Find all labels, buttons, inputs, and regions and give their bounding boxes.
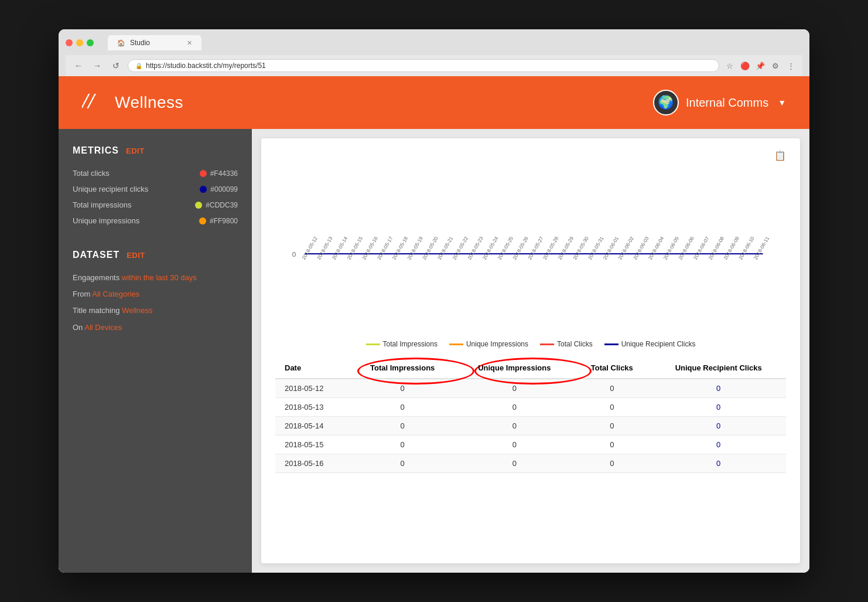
cell-total-impressions: 0 <box>349 436 456 454</box>
metrics-label: METRICS <box>73 145 119 156</box>
cell-unique-impressions: 0 <box>456 436 573 454</box>
legend-total-clicks-line <box>540 343 554 345</box>
total-impressions-color-dot <box>195 202 202 209</box>
svg-text:2018-06-11: 2018-06-11 <box>753 236 771 261</box>
th-date: Date <box>275 358 349 379</box>
minimize-button[interactable] <box>76 39 83 46</box>
header-right[interactable]: 🌍 Internal Comms ▼ <box>653 90 786 115</box>
unique-recipient-color-dot <box>200 186 207 193</box>
cell-total-impressions: 0 <box>349 454 456 473</box>
dataset-label: DATASET <box>73 250 119 260</box>
dataset-title-link[interactable]: Wellness <box>122 306 153 315</box>
dataset-engagements-link[interactable]: within the last 30 days <box>122 273 197 282</box>
address-bar[interactable]: 🔒 https://studio.backstit.ch/my/reports/… <box>128 59 719 72</box>
globe-icon: 🌍 <box>653 90 679 115</box>
header-logo: // Wellness <box>82 87 183 118</box>
report-card: 📋 0 2018-05-12 <box>261 138 800 563</box>
back-button[interactable]: ← <box>71 59 86 73</box>
table-row: 2018-05-14 0 0 0 0 <box>275 417 786 436</box>
tab-favicon: 🏠 <box>117 39 125 47</box>
dataset-categories-prefix: From <box>73 290 92 298</box>
cell-date: 2018-05-16 <box>275 454 349 473</box>
table-row: 2018-05-16 0 0 0 0 <box>275 454 786 473</box>
unique-recipient-color-label: #000099 <box>210 185 238 193</box>
security-lock-icon: 🔒 <box>135 63 142 69</box>
cell-date: 2018-05-12 <box>275 379 349 398</box>
table-row: 2018-05-12 0 0 0 0 <box>275 379 786 398</box>
legend-unique-impressions-line <box>449 343 463 345</box>
extension-icon-2[interactable]: 📌 <box>754 60 766 72</box>
svg-text:0: 0 <box>292 250 296 258</box>
cell-total-clicks: 0 <box>573 454 651 473</box>
extension-icon-1[interactable]: 🔴 <box>739 60 751 72</box>
table-body: 2018-05-12 0 0 0 0 2018-05-13 0 0 0 0 20… <box>275 379 786 473</box>
active-tab[interactable]: 🏠 Studio ✕ <box>108 35 201 50</box>
dataset-title: Title matching Wellness <box>73 302 238 319</box>
dataset-edit-button[interactable]: EDIT <box>127 251 145 260</box>
metric-unique-recipient-badge: #000099 <box>200 185 238 193</box>
main-panel: 📋 0 2018-05-12 <box>252 129 809 573</box>
metric-unique-recipient-clicks: Unique recipient clicks #000099 <box>73 181 238 197</box>
toolbar-actions: ☆ 🔴 📌 ⚙ ⋮ <box>724 60 797 72</box>
chart-svg: 0 2018-05-12 2018-05-13 2018-05-14 2018-… <box>275 166 786 342</box>
table-wrapper: Date Total Impressions Unique Impression… <box>275 358 786 473</box>
th-unique-impressions: Unique Impressions <box>456 358 573 379</box>
address-text: https://studio.backstit.ch/my/reports/51 <box>146 62 266 70</box>
cell-date: 2018-05-13 <box>275 398 349 417</box>
dataset-categories: From All Categories <box>73 286 238 302</box>
metric-total-impressions-badge: #CDDC39 <box>195 201 238 209</box>
dataset-title-prefix: Title matching <box>73 306 122 315</box>
org-dropdown-arrow[interactable]: ▼ <box>778 98 786 107</box>
cell-date: 2018-05-15 <box>275 436 349 454</box>
tab-close-button[interactable]: ✕ <box>187 39 192 47</box>
forward-button[interactable]: → <box>90 59 104 73</box>
dataset-devices-link[interactable]: All Devices <box>84 323 122 332</box>
dataset-categories-link[interactable]: All Categories <box>92 290 139 298</box>
th-total-impressions: Total Impressions <box>349 358 456 379</box>
close-button[interactable] <box>66 39 73 46</box>
dataset-engagements-prefix: Engagements <box>73 273 122 282</box>
svg-text://: // <box>82 89 97 113</box>
cell-date: 2018-05-14 <box>275 417 349 436</box>
total-clicks-color-dot <box>200 170 207 177</box>
metric-total-impressions-label: Total impressions <box>73 200 131 209</box>
cell-total-impressions: 0 <box>349 398 456 417</box>
maximize-button[interactable] <box>87 39 94 46</box>
metric-total-clicks: Total clicks #F44336 <box>73 165 238 181</box>
cell-total-impressions: 0 <box>349 379 456 398</box>
cell-unique-recipient-clicks: 0 <box>651 417 786 436</box>
browser-window: 🏠 Studio ✕ ← → ↺ 🔒 https://studio.backst… <box>59 29 809 573</box>
dataset-devices-prefix: On <box>73 323 84 332</box>
metrics-list: Total clicks #F44336 Unique recipient cl… <box>73 165 238 229</box>
cell-total-clicks: 0 <box>573 398 651 417</box>
table-header-row: Date Total Impressions Unique Impression… <box>275 358 786 379</box>
table-row: 2018-05-13 0 0 0 0 <box>275 398 786 417</box>
data-table: Date Total Impressions Unique Impression… <box>275 358 786 473</box>
cell-unique-impressions: 0 <box>456 379 573 398</box>
dataset-devices: On All Devices <box>73 319 238 336</box>
cell-unique-recipient-clicks: 0 <box>651 379 786 398</box>
sidebar: METRICS EDIT Total clicks #F44336 Unique… <box>59 129 252 573</box>
bookmark-icon[interactable]: ☆ <box>724 60 736 72</box>
total-clicks-color-label: #F44336 <box>210 169 238 178</box>
cell-total-clicks: 0 <box>573 417 651 436</box>
th-total-clicks: Total Clicks <box>573 358 651 379</box>
metric-total-clicks-badge: #F44336 <box>200 169 238 178</box>
traffic-lights <box>66 39 94 46</box>
table-row: 2018-05-15 0 0 0 0 <box>275 436 786 454</box>
browser-titlebar: 🏠 Studio ✕ <box>66 35 802 50</box>
th-unique-recipient-clicks: Unique Recipient Clicks <box>651 358 786 379</box>
metric-total-impressions: Total impressions #CDDC39 <box>73 197 238 213</box>
cell-unique-recipient-clicks: 0 <box>651 454 786 473</box>
menu-icon[interactable]: ⋮ <box>785 60 797 72</box>
unique-impressions-color-dot <box>199 217 206 225</box>
metrics-edit-button[interactable]: EDIT <box>126 147 145 155</box>
legend-unique-recipient-line <box>604 343 618 345</box>
settings-icon[interactable]: ⚙ <box>770 60 781 72</box>
cell-unique-recipient-clicks: 0 <box>651 398 786 417</box>
dataset-section-header: DATASET EDIT <box>73 250 238 260</box>
dataset-list: Engagements within the last 30 days From… <box>73 270 238 336</box>
legend-total-impressions-line <box>366 343 380 345</box>
brand-logo-icon: // <box>82 87 108 118</box>
refresh-button[interactable]: ↺ <box>109 59 123 73</box>
